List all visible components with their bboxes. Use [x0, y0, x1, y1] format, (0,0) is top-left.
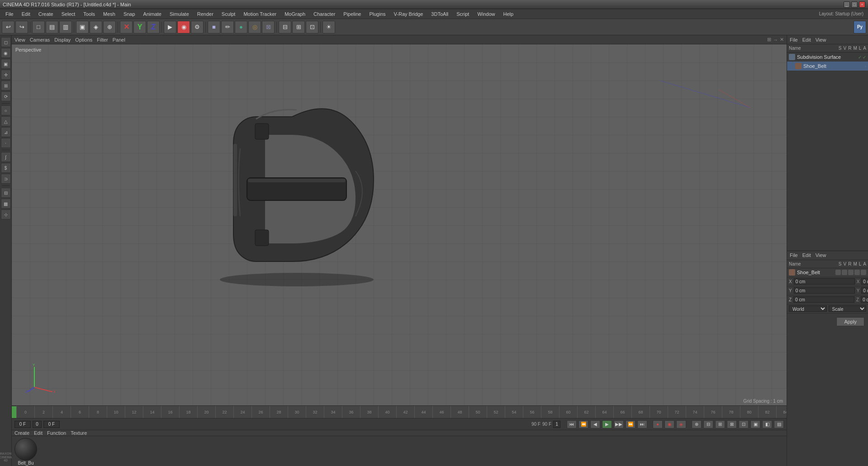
- menu-mograph[interactable]: MoGraph: [281, 10, 309, 18]
- layout-button-1[interactable]: ⊟: [703, 420, 713, 428]
- coord-system-dropdown[interactable]: World Object Local: [789, 305, 827, 312]
- scale-tool[interactable]: ⊞: [1, 81, 11, 90]
- menu-plugins[interactable]: Plugins: [365, 10, 389, 18]
- viewport[interactable]: Perspective: [12, 44, 787, 405]
- vp-filter-menu[interactable]: Filter: [97, 37, 108, 43]
- move-tool[interactable]: ✛: [1, 70, 11, 80]
- menu-animate[interactable]: Animate: [140, 10, 165, 18]
- om-item-shoe-belt[interactable]: Shoe_Belt ·: [787, 62, 868, 71]
- edge-mode[interactable]: ⊿: [1, 127, 11, 137]
- om-view-menu[interactable]: View: [816, 37, 826, 43]
- y-axis-button[interactable]: Y: [133, 21, 146, 33]
- menu-sculpt[interactable]: Sculpt: [218, 10, 239, 18]
- save-button[interactable]: ▥: [59, 21, 72, 33]
- om-item-subdivision[interactable]: Subdivision Surface ✓ ✓: [787, 52, 868, 62]
- brush-button[interactable]: ●: [235, 21, 247, 33]
- menu-snap[interactable]: Snap: [120, 10, 139, 18]
- vp-display-menu[interactable]: Display: [54, 37, 71, 43]
- vp-panel-menu[interactable]: Panel: [113, 37, 125, 43]
- texture-mode-button[interactable]: ◈: [90, 21, 102, 33]
- menu-select[interactable]: Select: [58, 10, 79, 18]
- z-axis-button[interactable]: Z: [147, 21, 160, 33]
- axis-mode-button[interactable]: ⊕: [103, 21, 116, 33]
- grid-tool[interactable]: ▦: [1, 199, 11, 209]
- maximize-button[interactable]: □: [851, 1, 858, 8]
- om-edit-menu[interactable]: Edit: [802, 37, 811, 43]
- paint-tool[interactable]: $: [1, 163, 11, 173]
- attr-y-size[interactable]: [861, 287, 868, 294]
- material-slot[interactable]: Belt_Bu: [14, 438, 37, 466]
- fps-input[interactable]: [553, 421, 560, 428]
- transform-mode-dropdown[interactable]: Scale Position Rotation: [829, 305, 867, 312]
- start-frame-input[interactable]: [33, 421, 42, 428]
- step-forward-button[interactable]: ⏩: [626, 420, 636, 428]
- record-button[interactable]: ◉: [664, 420, 674, 428]
- mat-function-menu[interactable]: Function: [47, 430, 66, 436]
- menu-window[interactable]: Window: [474, 10, 498, 18]
- vp-options-menu[interactable]: Options: [75, 37, 92, 43]
- play-forward-button[interactable]: ▶▶: [614, 420, 624, 428]
- attr-z-size[interactable]: [861, 296, 868, 303]
- menu-script[interactable]: Script: [453, 10, 473, 18]
- mat-edit-menu[interactable]: Edit: [34, 430, 43, 436]
- close-button[interactable]: ×: [859, 1, 865, 8]
- motion-path-button[interactable]: ⊕: [692, 420, 702, 428]
- python-button[interactable]: Py: [854, 21, 866, 33]
- layout-button-2[interactable]: ⊞: [715, 420, 725, 428]
- cube-button[interactable]: ■: [208, 21, 220, 33]
- vp-arrow-icon[interactable]: →: [773, 37, 778, 43]
- point-mode[interactable]: ·: [1, 138, 11, 148]
- render-preview-button[interactable]: ▶: [164, 21, 176, 33]
- pen-button[interactable]: ✏: [221, 21, 234, 33]
- timeline-area[interactable]: 0 2 4 6 8 10 12 14 16 18 20 22 24 26 28 …: [12, 405, 787, 418]
- menu-tools[interactable]: Tools: [80, 10, 99, 18]
- minimize-button[interactable]: _: [844, 1, 850, 8]
- camera-view-1[interactable]: ⊟: [279, 21, 291, 33]
- menu-help[interactable]: Help: [500, 10, 517, 18]
- new-button[interactable]: □: [32, 21, 45, 33]
- attr-z-pos[interactable]: [793, 296, 854, 303]
- timeline-ruler[interactable]: 0 2 4 6 8 10 12 14 16 18 20 22 24 26 28 …: [16, 406, 787, 418]
- rotate-tool[interactable]: ⟳: [1, 91, 11, 101]
- render-button[interactable]: ◉: [177, 21, 190, 33]
- layout-button-3[interactable]: ⊠: [727, 420, 737, 428]
- key-button[interactable]: ◈: [676, 420, 686, 428]
- menu-edit[interactable]: Edit: [18, 10, 34, 18]
- select-tool[interactable]: ◻: [1, 37, 11, 47]
- attr-x-size[interactable]: [861, 278, 868, 285]
- vp-view-menu[interactable]: View: [14, 37, 25, 43]
- attr-file-menu[interactable]: File: [790, 252, 798, 258]
- apply-button[interactable]: Apply: [836, 317, 864, 326]
- menu-create[interactable]: Create: [35, 10, 57, 18]
- attr-view-menu[interactable]: View: [816, 252, 826, 258]
- menu-pipeline[interactable]: Pipeline: [340, 10, 365, 18]
- attr-edit-menu[interactable]: Edit: [802, 252, 811, 258]
- render-settings-button[interactable]: ⚙: [191, 21, 204, 33]
- layer-tool[interactable]: ⊟: [1, 188, 11, 198]
- camera-view-3[interactable]: ⊡: [306, 21, 318, 33]
- snap-tool[interactable]: ⊹: [1, 209, 11, 219]
- current-frame-input[interactable]: [14, 421, 31, 428]
- go-to-end-button[interactable]: ⏭: [637, 420, 647, 428]
- spline-button[interactable]: ◎: [248, 21, 261, 33]
- camera-view-2[interactable]: ⊞: [292, 21, 305, 33]
- vp-cameras-menu[interactable]: Cameras: [30, 37, 50, 43]
- attr-y-pos[interactable]: [794, 287, 855, 294]
- open-button[interactable]: ▤: [46, 21, 58, 33]
- redo-button[interactable]: ↪: [15, 21, 28, 33]
- menu-motion-tracker[interactable]: Motion Tracker: [240, 10, 280, 18]
- play-back-button[interactable]: ◀: [590, 420, 600, 428]
- layout-button-6[interactable]: ◧: [762, 420, 772, 428]
- live-select-tool[interactable]: ◉: [1, 48, 11, 58]
- step-back-button[interactable]: ⏪: [579, 420, 588, 428]
- go-to-start-button[interactable]: ⏮: [567, 420, 577, 428]
- light-button[interactable]: ☀: [323, 21, 335, 33]
- layout-button-4[interactable]: ⊡: [739, 420, 749, 428]
- mat-create-menu[interactable]: Create: [14, 430, 29, 436]
- auto-key-button[interactable]: ●: [653, 420, 663, 428]
- model-mode-button[interactable]: ▣: [76, 21, 89, 33]
- attr-x-pos[interactable]: [794, 278, 855, 285]
- menu-vray[interactable]: V-Ray Bridge: [390, 10, 427, 18]
- menu-render[interactable]: Render: [194, 10, 217, 18]
- menu-character[interactable]: Character: [310, 10, 339, 18]
